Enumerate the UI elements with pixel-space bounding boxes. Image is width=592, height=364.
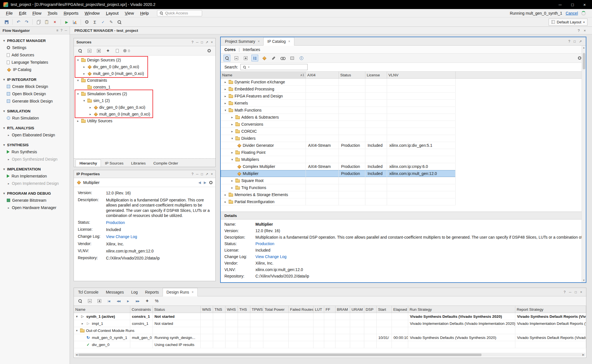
menu-item-file[interactable]: File xyxy=(3,10,16,17)
design-run-row-synth-1-active[interactable]: ▾▷synth_1 (active)constrs_1Not startedVi… xyxy=(74,313,586,320)
source-item-constraints[interactable]: ▾Constraints xyxy=(74,77,215,84)
chevron-collapsed-icon[interactable]: ▸ xyxy=(230,123,234,126)
flow-item-open-synthesized-design[interactable]: ▸Open Synthesized Design xyxy=(0,156,70,163)
flow-section-header[interactable]: ▾IP INTEGRATOR xyxy=(0,76,70,83)
menu-item-layout[interactable]: Layout xyxy=(103,10,122,17)
catalog-row-dynamic-function-exchange[interactable]: ▸Dynamic Function eXchange xyxy=(221,79,456,86)
column-header-failed-routes[interactable]: Failed Routes xyxy=(289,306,313,313)
customize-ip-button[interactable] xyxy=(270,55,277,61)
catalog-row-adders-subtracters[interactable]: ▸Adders & Subtracters xyxy=(221,114,456,121)
minimize-icon[interactable]: ─ xyxy=(196,172,198,176)
column-header-vlnv[interactable]: VLNV xyxy=(387,72,456,78)
menu-item-tools[interactable]: Tools xyxy=(45,10,61,17)
catalog-row-complex-multiplier[interactable]: Complex MultiplierAXI4-StreamProductionI… xyxy=(221,163,456,170)
flow-item-create-block-design[interactable]: Create Block Design xyxy=(0,83,70,90)
collapse-all-button[interactable] xyxy=(86,298,93,304)
scroll-right-icon[interactable]: ▶ xyxy=(582,353,584,356)
maximize-icon[interactable]: □ xyxy=(201,172,203,176)
chevron-expanded-icon[interactable]: ▾ xyxy=(76,58,80,62)
help-icon[interactable]: ? xyxy=(191,172,193,176)
scroll-down-icon[interactable]: ▼ xyxy=(583,278,585,282)
maximize-icon[interactable]: □ xyxy=(201,40,203,44)
minimize-icon[interactable]: ─ xyxy=(569,290,571,294)
add-run-button[interactable]: + xyxy=(144,298,151,304)
column-header-name[interactable]: Name∧1 xyxy=(221,72,306,78)
chevron-collapsed-icon[interactable]: ▸ xyxy=(89,112,92,116)
flow-item-generate-block-design[interactable]: Generate Block Design xyxy=(0,97,70,105)
catalog-search-input[interactable]: ▾ xyxy=(240,64,308,70)
chevron-expanded-icon[interactable]: ▾ xyxy=(82,99,86,103)
maximize-button[interactable]: □ xyxy=(571,2,574,7)
column-header-constraints[interactable]: Constraints xyxy=(130,306,153,313)
column-header-dsp[interactable]: DSP xyxy=(364,306,377,313)
column-header-ff[interactable]: FF xyxy=(324,306,335,313)
column-header-lut[interactable]: LUT xyxy=(313,306,324,313)
chevron-expanded-icon[interactable]: ▾ xyxy=(224,108,227,112)
debug-button[interactable] xyxy=(116,18,123,26)
interface-link-button[interactable] xyxy=(279,55,286,61)
column-header-name[interactable]: Name xyxy=(74,306,130,313)
column-header-whs[interactable]: WHS xyxy=(226,306,238,313)
run-first-button[interactable]: |◀ xyxy=(105,298,112,304)
design-run-row-out-of-context-module-runs[interactable]: ▾Out-of-Context Module Runs xyxy=(74,327,586,334)
tab-tcl-console[interactable]: Tcl Console xyxy=(74,288,102,296)
flow-item-ip-catalog[interactable]: IP Catalog xyxy=(0,66,70,73)
collapse-all-button[interactable] xyxy=(86,47,93,54)
search-button[interactable] xyxy=(77,298,83,304)
column-header-ths[interactable]: THS xyxy=(238,306,250,313)
field-value[interactable]: Production xyxy=(106,220,211,225)
chevron-collapsed-icon[interactable]: ▸ xyxy=(224,101,227,105)
catalog-row-divider-generator[interactable]: Divider GeneratorAXI4-StreamProductionIn… xyxy=(221,142,456,149)
flow-section-header[interactable]: ▾IMPLEMENTATION xyxy=(0,166,70,172)
flow-section-header[interactable]: ▾PROGRAM AND DEBUG xyxy=(0,190,70,197)
flow-item-run-synthesis[interactable]: Run Synthesis xyxy=(0,148,70,156)
gear-icon[interactable] xyxy=(209,181,213,184)
tab-interfaces[interactable]: Interfaces xyxy=(243,47,260,52)
settings-button[interactable] xyxy=(83,18,90,26)
flow-item-settings[interactable]: Settings xyxy=(0,44,70,51)
column-header-report-strategy[interactable]: Report Strategy xyxy=(515,306,586,313)
tab-log[interactable]: Log xyxy=(127,288,141,296)
reports-button[interactable] xyxy=(71,18,79,26)
chevron-expanded-icon[interactable]: ▾ xyxy=(230,158,234,161)
validate-button[interactable]: ✓ xyxy=(99,18,107,26)
scroll-up-icon[interactable]: ▲ xyxy=(583,46,585,50)
column-header-start[interactable]: Start xyxy=(377,306,392,313)
sources-tab-ip-sources[interactable]: IP Sources xyxy=(101,159,127,167)
source-item-simulation-sources-2[interactable]: ▾Simulation Sources (2) xyxy=(74,90,215,97)
close-icon[interactable]: × xyxy=(580,290,582,294)
close-icon[interactable]: × xyxy=(192,290,194,294)
copy-button[interactable] xyxy=(35,18,42,26)
minimize-icon[interactable]: ─ xyxy=(196,40,198,44)
sources-tab-hierarchy[interactable]: Hierarchy xyxy=(76,159,101,167)
field-value[interactable]: View Change Log xyxy=(255,254,294,259)
chevron-collapsed-icon[interactable]: ▸ xyxy=(82,72,86,76)
run-play-button[interactable]: ▶ xyxy=(125,298,131,304)
close-button[interactable]: × xyxy=(583,2,586,7)
menu-item-edit[interactable]: Edit xyxy=(16,10,29,17)
catalog-row-partial-reconfiguration[interactable]: ▸Partial Reconfiguration xyxy=(221,198,456,205)
chevron-collapsed-icon[interactable]: ▸ xyxy=(81,322,84,325)
tab-design-runs[interactable]: Design Runs× xyxy=(163,288,198,296)
layout-selector[interactable]: Default Layout ▾ xyxy=(549,19,587,26)
chevron-expanded-icon[interactable]: ▾ xyxy=(76,79,80,82)
tab-project-summary[interactable]: Project Summary× xyxy=(221,37,263,45)
chevron-expanded-icon[interactable]: ▾ xyxy=(76,92,80,96)
column-header-status[interactable]: Status xyxy=(339,72,365,78)
chevron-collapsed-icon[interactable]: ▸ xyxy=(230,151,234,154)
flow-item-generate-bitstream[interactable]: Generate Bitstream xyxy=(0,197,70,204)
add-source-button[interactable]: + xyxy=(105,47,111,54)
delete-button[interactable]: × xyxy=(51,18,59,26)
chevron-collapsed-icon[interactable]: ▸ xyxy=(82,65,86,69)
back-icon[interactable]: ◀ xyxy=(198,181,201,185)
column-header-axi4[interactable]: AXI4 xyxy=(306,72,339,78)
menu-item-flow[interactable]: Flow xyxy=(29,10,45,17)
tab-messages[interactable]: Messages xyxy=(102,288,127,296)
flow-item-open-block-design[interactable]: Open Block Design xyxy=(0,90,70,97)
column-header-bram[interactable]: BRAM xyxy=(335,306,350,313)
flow-item-open-elaborated-design[interactable]: ▸Open Elaborated Design xyxy=(0,131,70,139)
menu-item-help[interactable]: Help xyxy=(137,10,152,17)
catalog-row-cordic[interactable]: ▸CORDIC xyxy=(221,128,456,135)
catalog-row-memories-storage-elements[interactable]: ▸Memories & Storage Elements xyxy=(221,191,456,198)
catalog-row-fpga-features-and-design[interactable]: ▸FPGA Features and Design xyxy=(221,93,456,100)
